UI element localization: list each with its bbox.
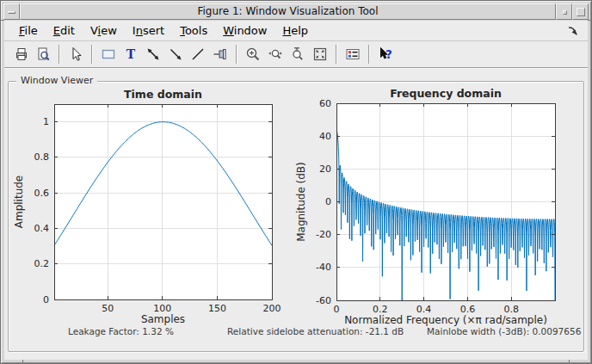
toolbar-rectangle-button[interactable] <box>98 44 119 65</box>
titlebar[interactable]: Figure 1: Window Visualization Tool <box>3 3 589 20</box>
zoom-in-icon <box>245 46 261 62</box>
text-icon: T <box>123 46 139 62</box>
minimize-icon <box>563 10 567 15</box>
toolbar-help-pointer-button[interactable]: ? <box>375 44 396 65</box>
line-icon <box>190 46 206 62</box>
sidelobe-attenuation-stat: Relative sidelobe attenuation: -21.1 dB <box>227 326 404 336</box>
frequency-domain-plot-area[interactable] <box>336 103 555 300</box>
toolbar-dock-arrow-icon[interactable] <box>567 25 579 37</box>
toolbar-text-button[interactable]: T <box>120 44 141 65</box>
toolbar-pin-button[interactable] <box>210 44 231 65</box>
pointer-icon <box>68 46 83 62</box>
menu-view[interactable]: View <box>83 22 125 39</box>
maximize-button[interactable] <box>572 3 589 20</box>
toolbar-separator <box>236 45 237 64</box>
menubar: FileEditViewInsertToolsWindowHelp <box>4 21 588 41</box>
time-domain-plot-area[interactable] <box>54 104 272 299</box>
menu-insert[interactable]: Insert <box>125 22 172 39</box>
menu-window[interactable]: Window <box>215 22 274 39</box>
groupbox-label: Window Viewer <box>16 75 97 86</box>
window-menu-button[interactable] <box>3 3 20 20</box>
print-icon <box>13 46 28 62</box>
window-title: Figure 1: Window Visualization Tool <box>20 3 556 20</box>
toolbar-zoom-y-button[interactable] <box>287 44 308 65</box>
toolbar-zoom-in-button[interactable] <box>243 44 263 65</box>
legend-icon <box>345 46 361 62</box>
toolbar-double-arrow-button[interactable] <box>143 44 163 65</box>
toolbar: T? <box>4 41 588 68</box>
print-preview-icon <box>35 46 51 62</box>
menu-help[interactable]: Help <box>274 22 316 39</box>
toolbar-pointer-button[interactable] <box>65 44 86 65</box>
frame-notch <box>588 20 591 21</box>
toolbar-line-button[interactable] <box>188 44 208 65</box>
toolbar-separator <box>59 45 60 64</box>
window-menu-icon <box>8 11 15 14</box>
maximize-icon <box>577 8 585 16</box>
toolbar-arrow-button[interactable] <box>165 44 186 65</box>
menu-edit[interactable]: Edit <box>46 22 83 39</box>
zoom-y-icon <box>290 46 305 62</box>
figure-window: Figure 1: Window Visualization Tool File… <box>0 0 592 364</box>
double-arrow-icon <box>145 46 161 62</box>
zoom-x-icon <box>268 46 283 62</box>
toolbar-print-button[interactable] <box>10 44 31 65</box>
frame-notch <box>22 360 23 363</box>
svg-text:T: T <box>126 47 136 61</box>
svg-text:?: ? <box>385 47 392 61</box>
fit-view-icon <box>312 46 328 62</box>
toolbar-separator <box>91 45 93 64</box>
leakage-factor-stat: Leakage Factor: 1.32 % <box>68 326 174 336</box>
toolbar-separator <box>368 45 370 64</box>
toolbar-print-preview-button[interactable] <box>33 44 53 65</box>
toolbar-separator <box>336 45 337 64</box>
mainlobe-width-stat: Mainlobe width (-3dB): 0.0097656 <box>427 326 581 336</box>
toolbar-legend-button[interactable] <box>342 44 363 65</box>
help-pointer-icon: ? <box>378 46 393 62</box>
menu-tools[interactable]: Tools <box>172 22 215 39</box>
menu-file[interactable]: File <box>11 22 46 39</box>
pin-icon <box>213 46 228 62</box>
arrow-icon <box>168 46 183 62</box>
frame-notch <box>569 360 570 363</box>
rectangle-icon <box>101 46 116 62</box>
minimize-button[interactable] <box>556 3 572 20</box>
toolbar-zoom-x-button[interactable] <box>265 44 286 65</box>
toolbar-fit-view-button[interactable] <box>310 44 330 65</box>
